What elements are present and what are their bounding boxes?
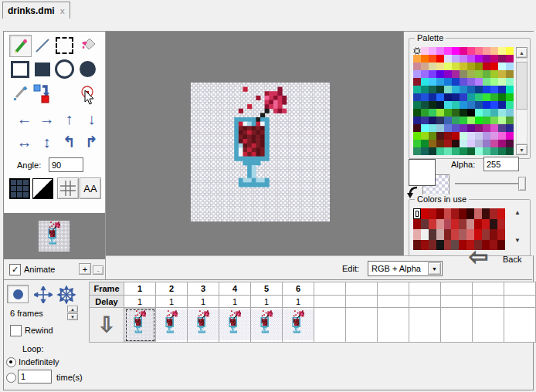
frame-delay-cell[interactable] <box>441 296 473 308</box>
palette-swatch[interactable] <box>483 101 490 109</box>
palette-swatch[interactable] <box>429 124 436 132</box>
palette-swatch[interactable] <box>413 93 421 101</box>
frame-number-cell[interactable] <box>409 282 441 296</box>
palette-swatch[interactable] <box>498 124 506 132</box>
palette-swatch[interactable] <box>498 101 506 109</box>
edit-mode-combobox[interactable]: RGB + Alpha ▼ <box>368 261 443 276</box>
palette-swatch[interactable] <box>421 109 429 117</box>
palette-swatch[interactable] <box>444 86 452 93</box>
color-in-use-swatch[interactable] <box>429 219 436 230</box>
palette-swatch[interactable] <box>429 55 436 63</box>
palette-swatch[interactable] <box>498 140 506 147</box>
palette-swatch[interactable] <box>498 70 506 78</box>
palette-swatch[interactable] <box>467 47 475 55</box>
palette-swatch[interactable] <box>421 124 429 132</box>
palette-swatch[interactable] <box>498 117 506 124</box>
palette-swatch[interactable] <box>413 101 421 109</box>
palette-swatch[interactable] <box>490 63 498 70</box>
palette-swatch[interactable] <box>452 63 460 70</box>
palette-transparent-swatch[interactable] <box>413 47 421 55</box>
pencil-tool-button[interactable] <box>9 35 32 57</box>
palette-swatch[interactable] <box>452 132 460 140</box>
color-in-use-swatch[interactable] <box>451 208 459 219</box>
foreground-color-swatch[interactable] <box>409 159 436 186</box>
palette-swatch[interactable] <box>413 117 421 124</box>
frame-delay-cell[interactable]: 1 <box>219 296 251 308</box>
alpha-slider-track[interactable] <box>455 183 524 184</box>
palette-swatch[interactable] <box>460 140 467 147</box>
palette-swatch[interactable] <box>483 109 490 117</box>
palette-swatch[interactable] <box>483 63 490 70</box>
palette-swatch[interactable] <box>421 147 429 155</box>
frame-thumbnail-cell[interactable] <box>251 308 283 343</box>
scatter-mode-button[interactable] <box>56 286 76 304</box>
frame-delay-cell[interactable] <box>504 296 536 308</box>
palette-swatch[interactable] <box>436 147 444 155</box>
frame-thumbnail-cell[interactable] <box>346 308 378 343</box>
palette-swatch[interactable] <box>483 140 490 147</box>
palette-swatch[interactable] <box>460 55 467 63</box>
palette-swatch[interactable] <box>429 78 436 86</box>
palette-swatch[interactable] <box>506 93 514 101</box>
palette-swatch[interactable] <box>498 47 506 55</box>
rotate-right-button[interactable]: ↱ <box>80 133 103 150</box>
palette-swatch[interactable] <box>413 63 421 70</box>
palette-swatch[interactable] <box>506 86 514 93</box>
palette-swatch[interactable] <box>483 70 490 78</box>
palette-swatch[interactable] <box>467 132 475 140</box>
palette-swatch[interactable] <box>490 124 498 132</box>
palette-swatch[interactable] <box>452 86 460 93</box>
palette-swatch[interactable] <box>421 63 429 70</box>
palette-swatch[interactable] <box>421 93 429 101</box>
palette-swatch[interactable] <box>421 140 429 147</box>
dither-pattern-button[interactable] <box>9 178 30 199</box>
palette-swatch[interactable] <box>421 86 429 93</box>
color-in-use-swatch[interactable] <box>444 240 452 251</box>
filled-ellipse-tool-button[interactable] <box>77 59 98 79</box>
palette-swatch[interactable] <box>436 109 444 117</box>
palette-swatch[interactable] <box>413 109 421 117</box>
palette-swatch[interactable] <box>467 109 475 117</box>
frame-thumbnail-cell[interactable] <box>314 308 346 343</box>
dot-mode-button[interactable] <box>7 285 29 303</box>
color-in-use-swatch[interactable] <box>497 219 505 230</box>
frame-delay-cell[interactable]: 1 <box>156 296 188 308</box>
line-tool-button[interactable] <box>32 35 53 56</box>
frame-thumbnail-cell[interactable] <box>441 308 473 343</box>
fill-tool-button[interactable] <box>77 35 98 56</box>
frame-delay-cell[interactable] <box>473 296 504 308</box>
palette-swatch[interactable] <box>429 70 436 78</box>
palette-swatch[interactable] <box>506 47 514 55</box>
palette-swatch[interactable] <box>452 101 460 109</box>
color-in-use-swatch[interactable] <box>421 240 429 251</box>
palette-swatch[interactable] <box>490 86 498 93</box>
palette-swatch[interactable] <box>452 140 460 147</box>
palette-swatch[interactable] <box>444 147 452 155</box>
color-in-use-swatch[interactable] <box>429 208 436 219</box>
palette-swatch[interactable] <box>413 70 421 78</box>
palette-swatch[interactable] <box>506 132 514 140</box>
back-button[interactable]: ⇦ Back <box>469 245 531 272</box>
frame-number-cell[interactable] <box>314 282 346 296</box>
palette-swatch[interactable] <box>436 93 444 101</box>
frame-number-cell[interactable] <box>346 282 378 296</box>
palette-swatch[interactable] <box>490 109 498 117</box>
frame-thumbnail[interactable] <box>124 309 155 340</box>
color-in-use-swatch[interactable] <box>474 219 482 230</box>
palette-swatch[interactable] <box>460 117 467 124</box>
palette-swatch[interactable] <box>436 132 444 140</box>
palette-swatch[interactable] <box>467 124 475 132</box>
palette-swatch[interactable] <box>467 78 475 86</box>
flip-vertical-button[interactable]: ↕ <box>36 133 58 150</box>
palette-swatch[interactable] <box>460 78 467 86</box>
palette-swatch[interactable] <box>460 147 467 155</box>
palette-swatch[interactable] <box>483 93 490 101</box>
palette-swatch[interactable] <box>475 109 483 117</box>
palette-swatch[interactable] <box>490 70 498 78</box>
frame-number-cell[interactable] <box>378 282 409 296</box>
frame-thumbnail-cell[interactable] <box>378 308 409 343</box>
palette-swatch[interactable] <box>429 140 436 147</box>
frame-delay-cell[interactable] <box>314 296 346 308</box>
palette-swatch[interactable] <box>413 132 421 140</box>
palette-swatch[interactable] <box>506 140 514 147</box>
